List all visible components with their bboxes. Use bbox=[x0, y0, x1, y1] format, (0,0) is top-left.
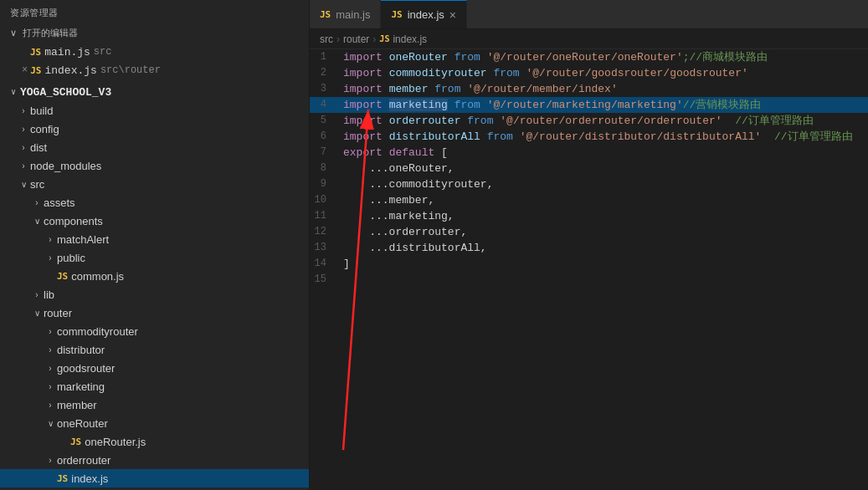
folder-arrow: › bbox=[44, 456, 57, 465]
tree-folder-commodityrouter[interactable]: › commodityrouter bbox=[0, 322, 309, 340]
file-hint: src\router bbox=[100, 64, 161, 76]
bc-js-icon: JS bbox=[379, 34, 389, 43]
line-number: 14 bbox=[310, 256, 340, 272]
line-number: 5 bbox=[310, 113, 340, 129]
folder-arrow: › bbox=[44, 235, 57, 244]
folder-label: build bbox=[30, 105, 53, 117]
tree-folder-build[interactable]: › build bbox=[0, 101, 309, 120]
code-line-13: 13 ...distributorAll, bbox=[310, 240, 868, 256]
line-content: ...orderrouter, bbox=[340, 224, 868, 240]
tabs-bar: JS main.js JS index.js × bbox=[310, 0, 868, 29]
folder-arrow: ∨ bbox=[30, 309, 44, 318]
breadcrumb: src › router › JS index.js bbox=[310, 29, 868, 49]
file-label: common.js bbox=[71, 270, 124, 283]
tree-folder-public[interactable]: › public bbox=[0, 248, 309, 267]
tab-close-icon[interactable]: × bbox=[449, 8, 456, 22]
tree-folder-marketing[interactable]: › marketing bbox=[0, 377, 309, 396]
code-line-14: 14 ] bbox=[310, 256, 868, 272]
tab-label: main.js bbox=[336, 8, 370, 21]
file-label: oneRouter.js bbox=[85, 436, 146, 448]
tree-file-index-js[interactable]: › JS index.js bbox=[0, 469, 309, 487]
line-content: import orderrouter from '@/router/orderr… bbox=[340, 113, 868, 129]
js-icon: JS bbox=[57, 271, 68, 282]
tree-folder-assets[interactable]: › assets bbox=[0, 193, 309, 212]
folder-label: marketing bbox=[57, 380, 105, 393]
sidebar: 资源管理器 ∨ 打开的编辑器 JS main.js src × JS index… bbox=[0, 0, 310, 490]
code-line-9: 9 ...commodityrouter, bbox=[310, 176, 868, 192]
folder-arrow: › bbox=[30, 290, 44, 299]
tree-folder-components[interactable]: ∨ components bbox=[0, 212, 309, 230]
tree-folder-distributor[interactable]: › distributor bbox=[0, 340, 309, 359]
line-content: ...member, bbox=[340, 192, 868, 208]
code-lines: 1 import oneRouter from '@/router/oneRou… bbox=[310, 49, 868, 288]
line-number: 1 bbox=[310, 49, 340, 65]
code-line-4: 4 import marketing from '@/router/market… bbox=[310, 97, 868, 113]
js-icon: JS bbox=[70, 436, 81, 447]
line-number: 3 bbox=[310, 81, 340, 97]
folder-label: dist bbox=[30, 141, 47, 154]
project-label: YOGA_SCHOOL_V3 bbox=[20, 86, 111, 99]
tree-folder-lib[interactable]: › lib bbox=[0, 285, 309, 304]
folder-label: assets bbox=[44, 197, 75, 209]
line-number: 7 bbox=[310, 145, 340, 161]
file-label: index.js bbox=[44, 64, 96, 77]
open-file-main-js[interactable]: JS main.js src bbox=[0, 43, 309, 61]
tree-file-oneRouter-js[interactable]: › JS oneRouter.js bbox=[0, 432, 309, 451]
code-line-12: 12 ...orderrouter, bbox=[310, 224, 868, 240]
line-content: ...marketing, bbox=[340, 208, 868, 224]
code-line-5: 5 import orderrouter from '@/router/orde… bbox=[310, 113, 868, 129]
tab-main-js[interactable]: JS main.js bbox=[310, 0, 381, 28]
code-line-11: 11 ...marketing, bbox=[310, 208, 868, 224]
tree-folder-node-modules[interactable]: › node_modules bbox=[0, 156, 309, 175]
tab-js-icon: JS bbox=[391, 9, 402, 20]
tab-label: index.js bbox=[408, 8, 444, 21]
bc-sep2: › bbox=[372, 33, 376, 45]
folder-label: orderrouter bbox=[57, 454, 110, 467]
line-number: 8 bbox=[310, 161, 340, 176]
tab-index-js[interactable]: JS index.js × bbox=[381, 0, 467, 28]
code-editor[interactable]: 1 import oneRouter from '@/router/oneRou… bbox=[310, 49, 868, 490]
tree-folder-config[interactable]: › config bbox=[0, 120, 309, 138]
code-line-3: 3 import member from '@/router/member/in… bbox=[310, 81, 868, 97]
line-number: 15 bbox=[310, 272, 340, 288]
folder-label: config bbox=[30, 123, 59, 135]
js-icon: JS bbox=[57, 473, 68, 484]
folder-label: router bbox=[44, 307, 72, 319]
line-number: 11 bbox=[310, 208, 340, 224]
tree-folder-orderrouter[interactable]: › orderrouter bbox=[0, 451, 309, 469]
tree-file-common-js[interactable]: › JS common.js bbox=[0, 267, 309, 285]
line-number: 13 bbox=[310, 240, 340, 256]
line-content: import oneRouter from '@/router/oneRoute… bbox=[340, 49, 868, 65]
file-label: index.js bbox=[71, 472, 108, 485]
sidebar-title: 资源管理器 bbox=[0, 0, 309, 23]
close-icon[interactable]: × bbox=[22, 64, 28, 76]
open-editors-label: ∨ 打开的编辑器 bbox=[0, 23, 309, 43]
js-icon: JS bbox=[30, 47, 41, 58]
line-number: 12 bbox=[310, 224, 340, 240]
folder-label: commodityrouter bbox=[57, 325, 138, 338]
tree-folder-src[interactable]: ∨ src bbox=[0, 175, 309, 193]
tree-folder-member[interactable]: › member bbox=[0, 396, 309, 414]
code-line-10: 10 ...member, bbox=[310, 192, 868, 208]
folder-label: public bbox=[57, 252, 85, 264]
file-label: main.js bbox=[44, 46, 90, 59]
open-file-index-js[interactable]: × JS index.js src\router bbox=[0, 61, 309, 79]
folder-label: lib bbox=[44, 288, 54, 301]
line-content: ] bbox=[340, 256, 868, 272]
bc-sep1: › bbox=[336, 33, 340, 45]
tree-folder-oneRouter[interactable]: ∨ oneRouter bbox=[0, 414, 309, 432]
tree-folder-dist[interactable]: › dist bbox=[0, 138, 309, 156]
project-root[interactable]: ∨ YOGA_SCHOOL_V3 bbox=[0, 83, 309, 101]
folder-label: src bbox=[30, 178, 44, 191]
folder-arrow: ∨ bbox=[17, 180, 30, 189]
folder-arrow: ∨ bbox=[30, 217, 44, 226]
folder-arrow: › bbox=[44, 401, 57, 410]
open-editors-arrow: ∨ bbox=[10, 28, 17, 38]
folder-arrow: › bbox=[44, 364, 57, 373]
line-number: 4 bbox=[310, 97, 340, 113]
line-content: import distributorAll from '@/router/dis… bbox=[340, 129, 868, 145]
tree-folder-matchAlert[interactable]: › matchAlert bbox=[0, 230, 309, 248]
tree-folder-goodsrouter[interactable]: › goodsrouter bbox=[0, 359, 309, 377]
tree-folder-router[interactable]: ∨ router bbox=[0, 304, 309, 322]
folder-arrow: › bbox=[17, 161, 30, 171]
